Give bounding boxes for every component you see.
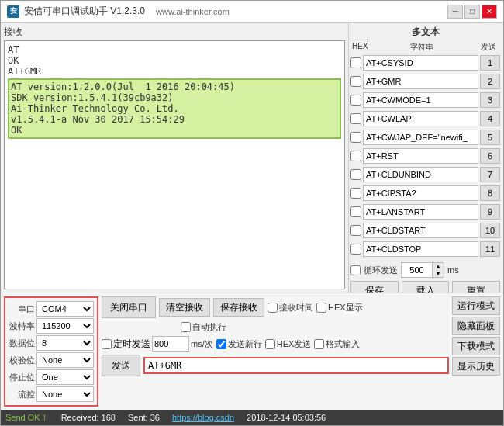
bottom-section: 串口 COM4 波特率 115200 数据位 8 — [1, 293, 503, 410]
cmd-hex-checkbox-8[interactable] — [350, 188, 361, 199]
loop-send-label: 循环发送 — [364, 265, 398, 276]
received-status: Received: 168 — [61, 413, 116, 422]
stop-bits-row: 停止位 One — [9, 369, 94, 385]
link-status[interactable]: https://blog.csdn — [172, 413, 234, 422]
loop-unit-label: ms — [447, 265, 459, 275]
baud-select[interactable]: 115200 — [36, 318, 94, 334]
maximize-button[interactable]: □ — [464, 5, 480, 19]
show-history-button[interactable]: 显示历史 — [452, 357, 500, 376]
data-bits-select[interactable]: 8 — [36, 335, 94, 351]
hex-show-label: HEX显示 — [328, 302, 363, 313]
save-recv-button[interactable]: 保存接收 — [213, 298, 264, 317]
cmd-hex-checkbox-7[interactable] — [350, 169, 361, 180]
hide-panel-button[interactable]: 隐藏面板 — [452, 317, 500, 335]
cmd-row-11: 11 — [350, 241, 500, 258]
cmd-input-9[interactable] — [363, 204, 478, 220]
receive-area[interactable]: AT OK AT+GMR AT version:1.2.0.0(Jul 1 20… — [4, 40, 345, 289]
multitext-title: 多文本 — [350, 26, 500, 39]
hex-show-checkbox[interactable] — [316, 303, 326, 313]
cmd-input-5[interactable] — [363, 130, 478, 145]
format-input-checkbox[interactable] — [314, 339, 324, 349]
cmd-input-8[interactable] — [363, 185, 478, 201]
flow-label: 流控 — [9, 389, 35, 400]
cmd-send-btn-9[interactable]: 9 — [480, 204, 500, 220]
hex-send-checkbox[interactable] — [265, 339, 275, 349]
close-button[interactable]: ✕ — [482, 5, 497, 19]
load-button[interactable]: 载入 — [402, 281, 450, 293]
open-port-button[interactable]: 关闭串口 — [102, 296, 156, 318]
cmd-hex-checkbox-4[interactable] — [350, 113, 361, 124]
recv-time-checkbox[interactable] — [268, 303, 278, 313]
hex-send-label: HEX发送 — [277, 338, 312, 350]
spinner-down[interactable]: ▼ — [433, 270, 444, 277]
parity-select[interactable]: None — [36, 352, 94, 368]
cmd-input-7[interactable] — [363, 167, 478, 182]
loop-value-input[interactable] — [402, 263, 433, 277]
run-mode-button[interactable]: 运行模式 — [452, 296, 500, 315]
timer-send-checkbox[interactable] — [102, 339, 112, 349]
timer-send-label: 定时发送 — [113, 338, 150, 351]
cmd-send-btn-1[interactable]: 1 — [480, 55, 500, 71]
loop-row: 循环发送 ▲ ▼ ms — [350, 262, 500, 278]
cmd-input-1[interactable] — [363, 55, 478, 71]
loop-send-checkbox[interactable] — [350, 265, 361, 275]
cmd-row-9: 9 — [350, 203, 500, 220]
cmd-hex-checkbox-1[interactable] — [350, 57, 361, 68]
cmd-row-7: 7 — [350, 166, 500, 183]
cmd-row-4: 4 — [350, 110, 500, 127]
cmd-row-5: 5 — [350, 129, 500, 146]
cmd-hex-checkbox-3[interactable] — [350, 95, 361, 106]
spinner-up[interactable]: ▲ — [433, 263, 444, 270]
cmd-hex-checkbox-2[interactable] — [350, 76, 361, 87]
cmd-send-btn-5[interactable]: 5 — [480, 130, 500, 145]
send-content-input[interactable] — [143, 357, 449, 374]
cmd-row-1: 1 — [350, 54, 500, 71]
multitext-col-headers: HEX 字符串 发送 — [350, 42, 500, 53]
cmd-hex-checkbox-6[interactable] — [350, 151, 361, 161]
send-button[interactable]: 发送 — [102, 355, 140, 376]
newline-label: 发送新行 — [228, 338, 262, 350]
auto-exec-checkbox[interactable] — [181, 322, 191, 332]
cmd-send-btn-6[interactable]: 6 — [480, 148, 500, 164]
baud-label: 波特率 — [9, 320, 35, 332]
timer-value-input[interactable] — [152, 336, 189, 352]
cmd-input-10[interactable] — [363, 223, 478, 238]
cmd-input-6[interactable] — [363, 148, 478, 164]
cmd-input-11[interactable] — [363, 241, 478, 257]
stop-bits-label: 停止位 — [9, 372, 35, 383]
flow-row: 流控 None — [9, 386, 94, 402]
cmd-send-btn-10[interactable]: 10 — [480, 223, 500, 238]
stop-bits-select[interactable]: One — [36, 369, 94, 385]
newline-checkbox[interactable] — [216, 339, 226, 349]
cmd-row-3: 3 — [350, 92, 500, 109]
cmd-row-6: 6 — [350, 147, 500, 165]
clear-recv-button[interactable]: 清空接收 — [159, 298, 210, 317]
save-button[interactable]: 保存 — [350, 281, 399, 293]
middle-controls: 关闭串口 清空接收 保存接收 接收时间 HEX显示 — [102, 296, 449, 376]
cmd-send-btn-7[interactable]: 7 — [480, 167, 500, 182]
cmd-send-btn-4[interactable]: 4 — [480, 111, 500, 126]
format-input-label: 格式输入 — [326, 338, 360, 350]
cmd-hex-checkbox-10[interactable] — [350, 225, 361, 236]
newline-check: 发送新行 — [216, 338, 262, 350]
cmd-hex-checkbox-11[interactable] — [350, 244, 361, 255]
loop-value-spinner[interactable]: ▲ ▼ — [401, 262, 444, 278]
port-select[interactable]: COM4 — [36, 301, 94, 317]
reset-button[interactable]: 重置 — [452, 281, 500, 293]
flow-select[interactable]: None — [36, 386, 94, 402]
minimize-button[interactable]: ─ — [447, 5, 463, 19]
cmd-hex-checkbox-9[interactable] — [350, 206, 361, 217]
cmd-input-2[interactable] — [363, 74, 478, 89]
spinner-buttons: ▲ ▼ — [433, 263, 444, 277]
cmd-hex-checkbox-5[interactable] — [350, 132, 361, 143]
cmd-send-btn-11[interactable]: 11 — [480, 241, 500, 257]
cmd-send-btn-8[interactable]: 8 — [480, 185, 500, 201]
cmd-input-3[interactable] — [363, 92, 478, 108]
window-buttons: ─ □ ✕ — [447, 5, 497, 19]
cmd-send-btn-3[interactable]: 3 — [480, 92, 500, 108]
cmd-send-btn-2[interactable]: 2 — [480, 74, 500, 89]
download-mode-button[interactable]: 下载模式 — [452, 337, 500, 355]
cmd-input-4[interactable] — [363, 111, 478, 126]
port-row: 串口 COM4 — [9, 301, 94, 317]
format-input-check: 格式输入 — [314, 338, 360, 350]
